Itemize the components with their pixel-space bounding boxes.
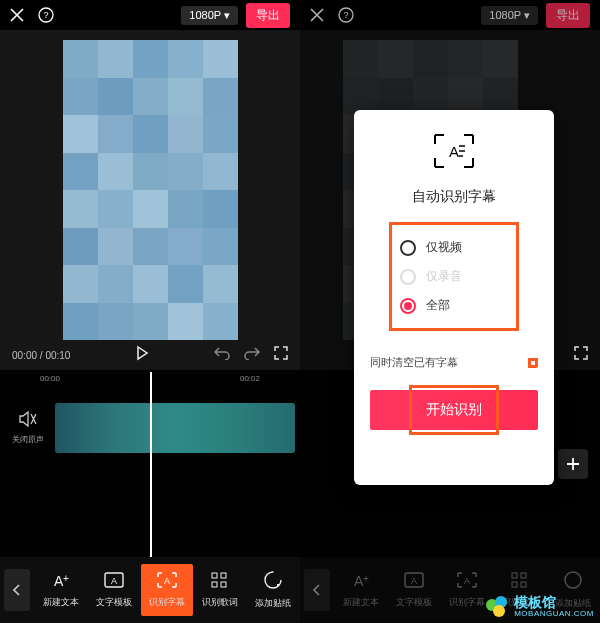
highlight-box (528, 358, 538, 368)
help-icon[interactable]: ? (338, 7, 354, 23)
svg-rect-7 (212, 573, 217, 578)
svg-rect-22 (521, 582, 526, 587)
resolution-selector[interactable]: 1080P ▾ (181, 6, 238, 25)
clear-existing-label: 同时清空已有字幕 (370, 355, 458, 370)
template-icon: A (104, 571, 124, 593)
auto-subtitle-modal: A 自动识别字幕 仅视频 仅录音 全部 同时清空已有字幕 开始识别 (354, 110, 554, 485)
source-options-group: 仅视频 仅录音 全部 (389, 222, 519, 331)
play-icon[interactable] (134, 345, 150, 365)
tool-new-text[interactable]: A+ 新建文本 (35, 564, 87, 616)
tool-text-template[interactable]: A 文字模板 (88, 564, 140, 616)
lyrics-icon (509, 571, 531, 593)
tool-add-sticker[interactable]: 添加贴纸 (247, 564, 299, 616)
video-preview[interactable] (8, 40, 292, 340)
ruler-tick: 00:02 (240, 374, 260, 383)
text-add-icon: A+ (350, 571, 372, 593)
start-recognition-button[interactable]: 开始识别 (370, 390, 538, 430)
svg-text:A: A (449, 143, 459, 160)
fullscreen-icon[interactable] (574, 346, 588, 364)
svg-text:+: + (63, 573, 69, 584)
close-icon[interactable] (10, 8, 24, 22)
time-display: 00:00 / 00:10 (12, 350, 70, 361)
tool-label: 新建文本 (43, 596, 79, 609)
tool-label: 文字模板 (396, 596, 432, 609)
tool-new-text[interactable]: A+ 新建文本 (335, 564, 387, 616)
toolbar: A+ 新建文本 A 文字模板 A 识别字幕 识别歌词 添加贴纸 (0, 557, 300, 623)
fullscreen-icon[interactable] (274, 346, 288, 364)
tool-label: 识别歌词 (202, 596, 238, 609)
subtitle-recognize-icon: A (156, 571, 178, 593)
close-icon[interactable] (310, 8, 324, 22)
tool-recognize-lyrics[interactable]: 识别歌词 (194, 564, 246, 616)
sticker-icon (263, 570, 283, 594)
start-label: 开始识别 (426, 401, 482, 419)
watermark-logo-icon (484, 593, 510, 619)
time-total: 00:10 (45, 350, 70, 361)
subtitle-recognize-icon: A (456, 571, 478, 593)
svg-point-27 (493, 605, 505, 617)
preview-area: 00:00 / 00:10 (0, 30, 300, 370)
tool-label: 识别字幕 (449, 596, 485, 609)
option-video-only[interactable]: 仅视频 (398, 233, 510, 262)
ruler-tick: 00:00 (40, 374, 60, 383)
timeline[interactable]: 00:00 00:02 关闭原声 (0, 370, 300, 557)
radio-icon (400, 240, 416, 256)
svg-point-23 (565, 572, 581, 588)
svg-rect-8 (212, 582, 217, 587)
export-button[interactable]: 导出 (246, 3, 290, 28)
top-bar: ? 1080P ▾ 导出 (0, 0, 300, 30)
resolution-selector[interactable]: 1080P ▾ (481, 6, 538, 25)
svg-text:A: A (111, 576, 117, 586)
tool-label: 新建文本 (343, 596, 379, 609)
resolution-label: 1080P (489, 9, 521, 21)
svg-text:A: A (464, 576, 470, 586)
add-clip-button[interactable] (558, 449, 588, 479)
resolution-label: 1080P (189, 9, 221, 21)
svg-text:?: ? (43, 10, 48, 20)
radio-icon (400, 269, 416, 285)
option-audio-only: 仅录音 (398, 262, 510, 291)
top-bar: ? 1080P ▾ 导出 (300, 0, 600, 30)
sticker-icon (563, 570, 583, 594)
option-label: 仅录音 (426, 268, 462, 285)
mute-label: 关闭原声 (0, 434, 55, 445)
preview-thumbnail (63, 40, 238, 340)
option-label: 仅视频 (426, 239, 462, 256)
tool-label: 文字模板 (96, 596, 132, 609)
svg-text:A: A (411, 576, 417, 586)
text-add-icon: A+ (50, 571, 72, 593)
time-current: 00:00 (12, 350, 37, 361)
lyrics-icon (209, 571, 231, 593)
redo-icon[interactable] (244, 346, 260, 364)
watermark-title: 模板馆 (514, 595, 594, 609)
modal-title: 自动识别字幕 (412, 188, 496, 206)
svg-text:A: A (164, 576, 170, 586)
export-button[interactable]: 导出 (546, 3, 590, 28)
svg-rect-19 (512, 573, 517, 578)
svg-text:?: ? (343, 10, 348, 20)
help-icon[interactable]: ? (38, 7, 54, 23)
tool-label: 识别字幕 (149, 596, 185, 609)
toolbar-back-button[interactable] (304, 569, 330, 611)
video-clip[interactable] (55, 403, 295, 453)
watermark-subtitle: MOBANGUAN.COM (514, 609, 594, 618)
playhead[interactable] (150, 372, 152, 557)
svg-rect-9 (221, 573, 226, 578)
svg-rect-20 (512, 582, 517, 587)
tool-text-template[interactable]: A 文字模板 (388, 564, 440, 616)
option-all[interactable]: 全部 (398, 291, 510, 320)
option-label: 全部 (426, 297, 450, 314)
toolbar-back-button[interactable] (4, 569, 30, 611)
tool-label: 添加贴纸 (255, 597, 291, 610)
mute-button[interactable]: 关闭原声 (0, 411, 55, 445)
clear-existing-row: 同时清空已有字幕 (370, 355, 538, 370)
svg-rect-21 (521, 573, 526, 578)
editor-screen-left: ? 1080P ▾ 导出 00:0 (0, 0, 300, 623)
subtitle-scan-icon: A (432, 132, 476, 174)
svg-rect-10 (221, 582, 226, 587)
template-icon: A (404, 571, 424, 593)
tool-recognize-subtitle[interactable]: A 识别字幕 (141, 564, 193, 616)
undo-icon[interactable] (214, 346, 230, 364)
watermark: 模板馆 MOBANGUAN.COM (484, 593, 594, 619)
radio-icon (400, 298, 416, 314)
